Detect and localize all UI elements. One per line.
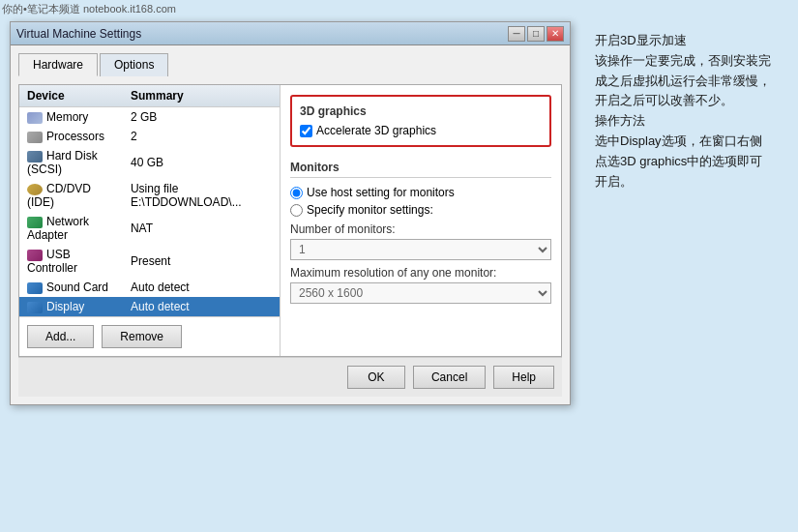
radio-host-label: Use host setting for monitors	[307, 186, 455, 199]
accelerate-checkbox[interactable]	[300, 125, 312, 137]
add-button[interactable]: Add...	[27, 325, 94, 348]
radio-host-setting-row: Use host setting for monitors	[290, 186, 551, 199]
summary-cell: 2 GB	[123, 107, 280, 128]
radio-specify-label: Specify monitor settings:	[307, 203, 433, 217]
max-res-select[interactable]: 2560 x 1600	[290, 282, 551, 304]
remove-button[interactable]: Remove	[102, 325, 182, 348]
network-icon	[27, 217, 43, 228]
table-row[interactable]: Memory2 GB	[19, 107, 280, 128]
minimize-button[interactable]: ─	[508, 26, 525, 42]
summary-cell: Using file E:\TDDOWNLOAD\...	[123, 179, 280, 212]
table-row[interactable]: CD/DVD (IDE)Using file E:\TDDOWNLOAD\...	[19, 179, 280, 212]
device-cell: Hard Disk (SCSI)	[19, 146, 123, 179]
radio-specify-row: Specify monitor settings:	[290, 203, 551, 217]
title-bar: Virtual Machine Settings ─ □ ✕	[11, 22, 570, 45]
maximize-button[interactable]: □	[527, 26, 545, 42]
table-row[interactable]: DisplayAuto detect	[19, 297, 280, 316]
device-table: Device Summary Memory2 GBProcessors2Hard…	[19, 85, 280, 316]
monitors-section: Monitors Use host setting for monitors S…	[290, 157, 551, 308]
processor-icon	[27, 132, 43, 143]
device-cell: USB Controller	[19, 245, 123, 278]
tab-content: Device Summary Memory2 GBProcessors2Hard…	[18, 84, 562, 357]
harddisk-icon	[27, 151, 43, 163]
watermark: 你的•笔记本频道 notebook.it168.com	[2, 2, 176, 16]
table-row[interactable]: Processors2	[19, 127, 280, 146]
tab-options[interactable]: Options	[100, 53, 168, 76]
commentary-panel: 开启3D显示加速该操作一定要完成，否则安装完成之后虚拟机运行会非常缓慢，开启之后…	[585, 21, 783, 201]
summary-cell: 2	[123, 127, 280, 146]
bottom-buttons: Add... Remove	[19, 316, 280, 356]
title-bar-buttons: ─ □ ✕	[508, 26, 564, 42]
summary-cell: Auto detect	[123, 278, 280, 297]
table-row[interactable]: USB ControllerPresent	[19, 245, 280, 278]
graphics-section-title: 3D graphics	[300, 104, 542, 118]
ok-button[interactable]: OK	[347, 366, 405, 389]
table-row[interactable]: Network AdapterNAT	[19, 212, 280, 245]
usb-icon	[27, 250, 43, 261]
cancel-button[interactable]: Cancel	[413, 366, 486, 389]
device-cell: Memory	[19, 107, 123, 128]
device-cell: Network Adapter	[19, 212, 123, 245]
accelerate-label: Accelerate 3D graphics	[316, 124, 436, 137]
summary-cell: Present	[123, 245, 280, 278]
accelerate-checkbox-row: Accelerate 3D graphics	[300, 124, 542, 137]
device-cell: CD/DVD (IDE)	[19, 179, 123, 212]
device-cell: Processors	[19, 127, 123, 146]
display-icon	[27, 302, 43, 313]
left-panel: Device Summary Memory2 GBProcessors2Hard…	[19, 85, 281, 356]
right-panel: 3D graphics Accelerate 3D graphics Monit…	[281, 85, 561, 356]
tabs: Hardware Options	[18, 53, 562, 76]
memory-icon	[27, 112, 43, 124]
radio-host-setting[interactable]	[290, 187, 303, 199]
tab-hardware[interactable]: Hardware	[18, 53, 98, 76]
max-res-label: Maximum resolution of any one monitor:	[290, 266, 551, 280]
virtual-machine-settings-window: Virtual Machine Settings ─ □ ✕ Hardware …	[10, 21, 571, 405]
help-button[interactable]: Help	[493, 366, 554, 389]
num-monitors-label: Number of monitors:	[290, 222, 551, 236]
col-device: Device	[19, 85, 123, 107]
device-cell: Display	[19, 297, 123, 316]
window-content: Hardware Options Device Summary Memory2 …	[11, 45, 570, 404]
radio-specify[interactable]	[290, 204, 303, 217]
commentary-text: 开启3D显示加速该操作一定要完成，否则安装完成之后虚拟机运行会非常缓慢，开启之后…	[595, 31, 774, 192]
table-row[interactable]: Sound CardAuto detect	[19, 278, 280, 297]
monitors-title: Monitors	[290, 161, 551, 178]
summary-cell: Auto detect	[123, 297, 280, 316]
col-summary: Summary	[123, 85, 280, 107]
footer-buttons: OK Cancel Help	[18, 357, 562, 397]
summary-cell: 40 GB	[123, 146, 280, 179]
window-title: Virtual Machine Settings	[16, 27, 141, 41]
table-row[interactable]: Hard Disk (SCSI)40 GB	[19, 146, 280, 179]
graphics-section: 3D graphics Accelerate 3D graphics	[290, 95, 551, 147]
cdrom-icon	[27, 184, 43, 195]
close-button[interactable]: ✕	[547, 26, 564, 42]
num-monitors-select[interactable]: 1	[290, 239, 551, 260]
sound-icon	[27, 282, 43, 294]
summary-cell: NAT	[123, 212, 280, 245]
device-cell: Sound Card	[19, 278, 123, 297]
